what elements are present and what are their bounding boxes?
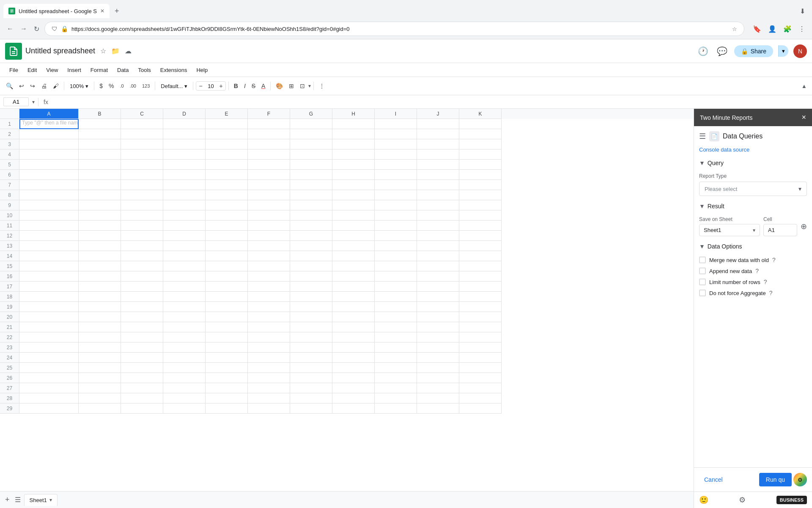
- cell-a7[interactable]: [19, 180, 79, 190]
- active-tab[interactable]: Untitled spreadsheet - Google S ✕: [3, 4, 110, 18]
- font-select[interactable]: Default... ▾: [158, 82, 190, 91]
- cell-a20[interactable]: [19, 312, 79, 322]
- cell-a24[interactable]: [19, 353, 79, 363]
- cell-b17[interactable]: [79, 282, 121, 292]
- cell-d11[interactable]: [163, 221, 206, 231]
- cell-i25[interactable]: [375, 363, 417, 373]
- cell-j11[interactable]: [417, 221, 459, 231]
- cell-i28[interactable]: [375, 393, 417, 403]
- cell-j4[interactable]: [417, 149, 459, 160]
- strikethrough-button[interactable]: S: [249, 81, 258, 91]
- cell-i21[interactable]: [375, 322, 417, 332]
- cell-f29[interactable]: [248, 403, 290, 414]
- merge-data-help-icon[interactable]: ?: [772, 257, 776, 263]
- cell-f26[interactable]: [248, 373, 290, 383]
- cell-b25[interactable]: [79, 363, 121, 373]
- cell-j3[interactable]: [417, 139, 459, 149]
- cell-f6[interactable]: [248, 170, 290, 180]
- cell-f7[interactable]: [248, 180, 290, 190]
- menu-tools[interactable]: Tools: [134, 65, 155, 75]
- cell-j22[interactable]: [417, 332, 459, 342]
- cell-k10[interactable]: [459, 210, 502, 221]
- cell-f8[interactable]: [248, 190, 290, 200]
- cell-f4[interactable]: [248, 149, 290, 160]
- cell-e5[interactable]: [206, 160, 248, 170]
- cell-a14[interactable]: [19, 251, 79, 261]
- forward-button[interactable]: →: [19, 23, 29, 34]
- cell-i1[interactable]: [375, 119, 417, 129]
- cell-b24[interactable]: [79, 353, 121, 363]
- cell-b20[interactable]: [79, 312, 121, 322]
- cell-f10[interactable]: [248, 210, 290, 221]
- cell-i9[interactable]: [375, 200, 417, 210]
- cell-d27[interactable]: [163, 383, 206, 393]
- cancel-button[interactable]: Cancel: [699, 473, 728, 486]
- cell-f25[interactable]: [248, 363, 290, 373]
- row-num-15[interactable]: 15: [0, 261, 19, 271]
- cell-ref-arrow-icon[interactable]: ▾: [32, 99, 35, 105]
- cell-c18[interactable]: [121, 292, 163, 302]
- cell-f28[interactable]: [248, 393, 290, 403]
- cell-h26[interactable]: [332, 373, 375, 383]
- result-collapse-button[interactable]: ▼: [699, 203, 705, 210]
- cell-d17[interactable]: [163, 282, 206, 292]
- cell-e14[interactable]: [206, 251, 248, 261]
- print-button[interactable]: 🖨: [38, 81, 49, 91]
- cell-b29[interactable]: [79, 403, 121, 414]
- cell-h14[interactable]: [332, 251, 375, 261]
- cell-g26[interactable]: [290, 373, 332, 383]
- cell-e4[interactable]: [206, 149, 248, 160]
- cell-b26[interactable]: [79, 373, 121, 383]
- cell-b7[interactable]: [79, 180, 121, 190]
- cell-j7[interactable]: [417, 180, 459, 190]
- row-num-11[interactable]: 11: [0, 221, 19, 231]
- cell-h5[interactable]: [332, 160, 375, 170]
- cell-a8[interactable]: [19, 190, 79, 200]
- row-num-9[interactable]: 9: [0, 200, 19, 210]
- col-header-e[interactable]: E: [206, 109, 248, 119]
- cell-g21[interactable]: [290, 322, 332, 332]
- row-num-1[interactable]: 1: [0, 119, 19, 129]
- row-num-21[interactable]: 21: [0, 322, 19, 332]
- new-tab-button[interactable]: +: [111, 5, 123, 17]
- cell-f22[interactable]: [248, 332, 290, 342]
- cell-h8[interactable]: [332, 190, 375, 200]
- cell-i2[interactable]: [375, 129, 417, 139]
- cell-k21[interactable]: [459, 322, 502, 332]
- cell-a26[interactable]: [19, 373, 79, 383]
- settings-button[interactable]: ⚙: [739, 495, 746, 505]
- row-num-10[interactable]: 10: [0, 210, 19, 221]
- cell-j25[interactable]: [417, 363, 459, 373]
- cell-g10[interactable]: [290, 210, 332, 221]
- cell-c14[interactable]: [121, 251, 163, 261]
- cell-d3[interactable]: [163, 139, 206, 149]
- row-num-2[interactable]: 2: [0, 129, 19, 139]
- cell-d29[interactable]: [163, 403, 206, 414]
- row-num-24[interactable]: 24: [0, 353, 19, 363]
- cell-g25[interactable]: [290, 363, 332, 373]
- cell-f12[interactable]: [248, 231, 290, 241]
- cell-j14[interactable]: [417, 251, 459, 261]
- limit-rows-help-icon[interactable]: ?: [764, 279, 767, 285]
- merge-data-checkbox[interactable]: [699, 257, 706, 263]
- row-num-25[interactable]: 25: [0, 363, 19, 373]
- cell-h20[interactable]: [332, 312, 375, 322]
- cell-h6[interactable]: [332, 170, 375, 180]
- cell-i12[interactable]: [375, 231, 417, 241]
- smiley-button[interactable]: 🙂: [699, 495, 708, 505]
- no-force-aggregate-checkbox[interactable]: [699, 290, 706, 296]
- cell-d21[interactable]: [163, 322, 206, 332]
- cell-e28[interactable]: [206, 393, 248, 403]
- cell-b21[interactable]: [79, 322, 121, 332]
- cell-c6[interactable]: [121, 170, 163, 180]
- cell-k13[interactable]: [459, 241, 502, 251]
- cell-b19[interactable]: [79, 302, 121, 312]
- cell-f14[interactable]: [248, 251, 290, 261]
- cell-c28[interactable]: [121, 393, 163, 403]
- cell-i18[interactable]: [375, 292, 417, 302]
- cell-a6[interactable]: [19, 170, 79, 180]
- row-num-23[interactable]: 23: [0, 342, 19, 353]
- cell-d5[interactable]: [163, 160, 206, 170]
- cell-h19[interactable]: [332, 302, 375, 312]
- cell-e13[interactable]: [206, 241, 248, 251]
